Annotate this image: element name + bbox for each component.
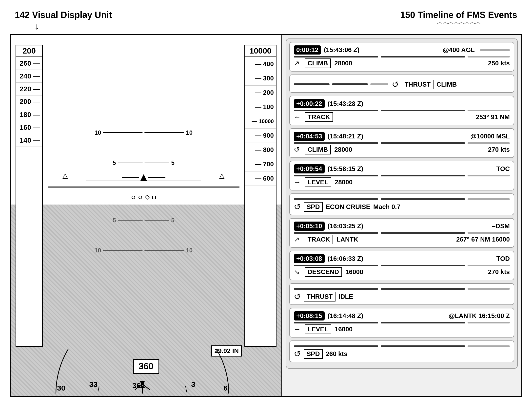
event-card-2-thrust: ↺ THRUST CLIMB [289, 75, 514, 93]
compass-label-3: 3 [191, 380, 196, 389]
event-3-icon: ← [294, 113, 301, 121]
thrust-2-icon: ↺ [392, 79, 399, 89]
thrust-9-sep [294, 288, 510, 290]
event-1-row2: ↗ CLIMB 28000 250 kts [294, 58, 510, 68]
sep-dark-10a [294, 322, 378, 323]
pitch-5-label-left: 5 [113, 159, 116, 166]
thrust-9-content: ↺ THRUST IDLE [294, 292, 510, 301]
sep-light-8 [468, 265, 510, 266]
event-8-header: +0:03:08 (16:06:33 Z) TOD [294, 254, 510, 263]
wing-left [122, 177, 139, 178]
aircraft-chevron [140, 174, 147, 181]
event-8-row2: ↘ DESCEND 16000 270 kts [294, 267, 510, 277]
speed-mark-240: 240 — [16, 70, 42, 83]
event-7-time: +0:05:10 [294, 222, 325, 231]
event-7-extra: –DSM [492, 222, 510, 230]
thrust-sep-9a [294, 288, 378, 290]
alt-mark-300: — 300 [245, 71, 276, 86]
event-7-header: +0:05:10 (16:03:25 Z) –DSM [294, 222, 510, 231]
event-5-ztime: (15:58:15 Z) [328, 165, 363, 173]
thrust-sep-dark-2b [332, 83, 368, 85]
sep-dark-1b [381, 56, 465, 57]
main-area: 200 260 — 240 — 220 — 200 — 180 — 160 — … [10, 34, 522, 397]
sep-dark-10b [381, 322, 465, 323]
thrust-sep-9b [381, 288, 465, 290]
speed-mark-260: 260 — [16, 57, 42, 70]
event-8-sep [294, 265, 510, 266]
event-card-4: +0:04:53 (15:48:21 Z) @10000 MSL ↺ CLIMB… [289, 128, 514, 158]
slip-square [152, 196, 156, 199]
spd-sep-11b [381, 345, 465, 347]
sep-dark-1a [294, 56, 378, 57]
slip-dot-2 [138, 196, 142, 199]
event-10-header: +0:08:15 (16:14:48 Z) @LANTK 16:15:00 Z [294, 311, 510, 320]
event-5-extra: TOC [496, 165, 510, 173]
vdu-title: 142 Visual Display Unit [15, 10, 112, 20]
spd-sep-6c [468, 198, 510, 200]
event-3-sep [294, 110, 510, 111]
compass-label-33: 33 [89, 380, 98, 389]
sep-dark-5b [381, 175, 465, 176]
spd-sep-6a [294, 198, 378, 200]
timeline-label-group: 150 Timeline of FMS Events ⌒⌒⌒⌒⌒⌒⌒⌒ [400, 10, 517, 29]
speed-mark-180: 180 — [16, 108, 42, 121]
event-card-5: +0:09:54 (15:58:15 Z) TOC → LEVEL 28000 [289, 161, 514, 190]
event-3-val: 253° 91 NM [476, 113, 510, 121]
attitude-indicator: 10 10 5 5 5 5 [48, 45, 239, 347]
spd-sep-6b [381, 198, 465, 200]
compass-label-360: 360 [132, 381, 145, 390]
event-5-header: +0:09:54 (15:58:15 Z) TOC [294, 164, 510, 173]
event-8-time: +0:03:08 [294, 254, 325, 263]
event-7-val2: 267° 67 NM 16000 [456, 236, 510, 243]
spd-sep-11a [294, 345, 378, 347]
pitch-5-label-right: 5 [171, 159, 175, 166]
event-4-time: +0:04:53 [294, 132, 325, 141]
pitch-10-label-left: 10 [95, 129, 101, 136]
spd-card-6: ↺ SPD ECON CRUISE Mach 0.7 [294, 197, 510, 212]
bank-left-triangle: △ [62, 171, 68, 180]
speed-mark-220: 220 — [16, 83, 42, 95]
pitch-5-dn-label-left: 5 [113, 217, 116, 224]
slip-skid-row [132, 196, 156, 199]
compass-label-6: 6 [223, 384, 228, 392]
sep-dark-8b [381, 265, 465, 266]
pitch-10-dn-line-right [145, 250, 184, 251]
event-10-val1: 16000 [335, 325, 353, 333]
pitch-5-up: 5 5 [113, 159, 175, 166]
pitch-10-line-left [103, 132, 143, 133]
wing-right [148, 177, 165, 178]
sep-light-4 [468, 142, 510, 144]
event-8-ztime: (16:06:33 Z) [328, 255, 363, 263]
event-4-val2: 270 kts [488, 146, 510, 153]
event-10-sep [294, 322, 510, 323]
event-4-val1: 28000 [334, 146, 352, 153]
event-1-mode: CLIMB [305, 58, 331, 68]
spd-6-val2: Mach 0.7 [373, 203, 400, 211]
event-8-icon: ↘ [294, 268, 301, 276]
speed-header: 200 [16, 45, 42, 57]
alt-mark-10000: — 10000 [245, 114, 276, 129]
spd-card-11: ↺ SPD 260 kts [294, 344, 510, 359]
event-8-val1: 16000 [345, 268, 363, 276]
sep-dark-7a [294, 232, 378, 234]
sep-light-3 [468, 110, 510, 111]
sep-light-7 [468, 232, 510, 234]
sep-light-5 [468, 175, 510, 176]
aircraft-symbol [122, 174, 165, 181]
thrust-sep-light-2 [370, 83, 388, 85]
timeline-title: 150 Timeline of FMS Events [400, 10, 517, 20]
event-1-header: 0:00:12 (15:43:06 Z) @400 AGL [294, 45, 510, 55]
thrust-9-mode: THRUST [304, 292, 335, 301]
event-4-header: +0:04:53 (15:48:21 Z) @10000 MSL [294, 132, 510, 141]
event-5-icon: → [294, 178, 301, 186]
speed-mark-140: 140 — [16, 134, 42, 147]
pitch-10-line-right [145, 132, 184, 133]
speed-mark-200: 200 — [16, 95, 42, 108]
event-4-row2: ↺ CLIMB 28000 270 kts [294, 145, 510, 154]
thrust-9-icon: ↺ [294, 292, 301, 301]
pitch-5-dn-line-right [145, 220, 169, 221]
horizon-line [48, 187, 239, 188]
svg-line-2 [186, 386, 187, 392]
compass-label-30: 30 [57, 384, 65, 392]
pitch-5-line-left [118, 163, 143, 163]
